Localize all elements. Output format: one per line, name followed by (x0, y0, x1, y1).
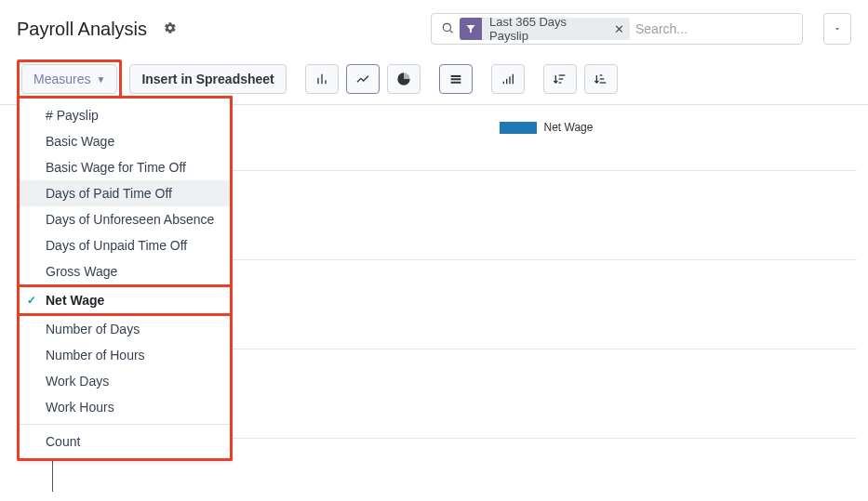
filter-chip-remove[interactable]: ✕ (608, 18, 630, 40)
search-icon (441, 21, 454, 37)
measures-dropdown: # Payslip Basic Wage Basic Wage for Time… (17, 99, 233, 461)
measure-option-selected[interactable]: ✓Net Wage (20, 284, 230, 316)
legend-swatch (500, 122, 537, 134)
measures-label: Measures (33, 72, 90, 86)
search-input[interactable] (635, 21, 798, 36)
insert-spreadsheet-label: Insert in Spreadsheet (141, 72, 274, 86)
measure-option[interactable]: Work Hours (20, 394, 230, 420)
bar-chart-button[interactable] (305, 64, 339, 94)
measure-option[interactable]: Gross Wage (20, 258, 230, 284)
chart-legend: Net Wage (500, 121, 594, 134)
header-bar: Payroll Analysis Last 365 Days Payslip ✕ (0, 0, 868, 54)
measure-option[interactable]: Number of Hours (20, 342, 230, 368)
line-chart-button[interactable] (346, 64, 380, 94)
sort-desc-button[interactable] (543, 64, 577, 94)
filter-icon (460, 18, 482, 40)
search-bar[interactable]: Last 365 Days Payslip ✕ (431, 13, 803, 45)
filter-chip[interactable]: Last 365 Days Payslip ✕ (460, 18, 630, 40)
measure-option[interactable]: # Payslip (20, 102, 230, 128)
measure-option-count[interactable]: Count (20, 428, 230, 455)
page-title: Payroll Analysis (17, 19, 147, 40)
filter-chip-label: Last 365 Days Payslip (482, 18, 608, 40)
stacked-button[interactable] (439, 64, 473, 94)
measures-button[interactable]: Measures ▼ (21, 64, 117, 94)
measure-option[interactable]: Work Days (20, 368, 230, 394)
search-dropdown-toggle[interactable] (823, 13, 851, 45)
legend-label: Net Wage (544, 121, 594, 134)
check-icon: ✓ (27, 294, 36, 307)
insert-spreadsheet-button[interactable]: Insert in Spreadsheet (129, 64, 286, 94)
sort-asc-button[interactable] (584, 64, 618, 94)
gear-icon[interactable] (164, 21, 177, 37)
measure-option[interactable]: Basic Wage (20, 128, 230, 154)
measure-option[interactable]: Days of Unpaid Time Off (20, 232, 230, 258)
dropdown-divider (20, 424, 230, 425)
svg-line-1 (450, 30, 453, 33)
caret-down-icon: ▼ (96, 74, 105, 85)
measures-callout: Measures ▼ (17, 59, 122, 99)
measure-option[interactable]: Basic Wage for Time Off (20, 154, 230, 180)
measure-option[interactable]: Days of Paid Time Off (20, 180, 230, 206)
cumulative-button[interactable] (491, 64, 525, 94)
measure-option[interactable]: Days of Unforeseen Absence (20, 206, 230, 232)
measure-option[interactable]: Number of Days (20, 316, 230, 342)
svg-point-0 (443, 23, 450, 31)
pie-chart-button[interactable] (387, 64, 421, 94)
